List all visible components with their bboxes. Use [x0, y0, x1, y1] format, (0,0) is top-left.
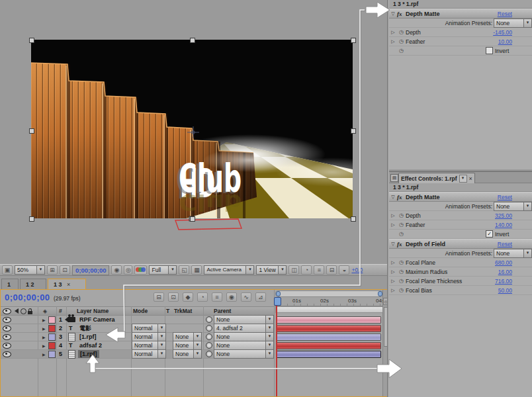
transparency-grid-icon[interactable]: ▦	[191, 265, 202, 275]
expander-icon[interactable]: ▶	[42, 350, 46, 358]
expander-icon[interactable]: ▷	[389, 39, 397, 44]
property-row[interactable]: ▷ ◷ Maximun Radius 16.00	[389, 267, 532, 277]
invert-row[interactable]: ◷ ✓ Invert	[389, 230, 532, 239]
property-row[interactable]: ▷ ◷ Feather 140.00	[389, 220, 532, 230]
invert-checkbox[interactable]: ✓	[486, 230, 493, 238]
reset-link[interactable]: Reset	[498, 11, 512, 17]
navigator-end-handle[interactable]	[378, 291, 382, 296]
composition-image[interactable]: HD HD Club Club Club	[31, 40, 353, 218]
navigator-start-handle[interactable]	[276, 291, 281, 296]
property-value[interactable]: 140.00	[495, 222, 512, 228]
mode-dropdown[interactable]: Normal▼	[132, 324, 166, 332]
current-time-display[interactable]: 0;00;00;00	[5, 292, 50, 302]
parent-dropdown[interactable]: None▼	[214, 333, 274, 341]
panel-icon[interactable]: ▤	[390, 174, 398, 182]
3d-view-dropdown[interactable]: Active Camera▼	[204, 266, 254, 274]
presets-dropdown[interactable]: None▼	[494, 202, 532, 210]
label-swatch[interactable]	[48, 333, 56, 341]
trkmat-dropdown[interactable]: None▼	[173, 333, 202, 341]
selection-handle[interactable]	[351, 216, 356, 222]
tab-effect-controls[interactable]: Effect Controls: 1.rpf ▼ ×	[398, 173, 475, 183]
auto-keyframe-icon[interactable]: ∿	[241, 292, 251, 302]
effect-header[interactable]: ▽ fx Depth of Field Reset	[389, 239, 532, 249]
property-row[interactable]: ▷ ◷ Focal Plane Thickness 716.00	[389, 277, 532, 286]
live-update-icon[interactable]: ⊡	[168, 292, 179, 302]
reset-link[interactable]: Reset	[498, 241, 512, 247]
presets-dropdown[interactable]: None▼	[494, 19, 532, 27]
lock-icon[interactable]	[28, 307, 32, 315]
selected-layer-wireframe[interactable]	[171, 214, 250, 233]
stopwatch-icon[interactable]: ◷	[397, 259, 406, 265]
layer-bar-5[interactable]	[276, 351, 381, 358]
pickwhip-icon[interactable]	[206, 316, 212, 323]
viewer-timecode[interactable]: 0;00;00;00	[72, 265, 109, 275]
expander-icon[interactable]: ▷	[389, 279, 397, 284]
property-value[interactable]: 10.00	[498, 38, 512, 45]
magnification-dropdown[interactable]: 50%▼	[15, 266, 45, 274]
draft-3d-icon[interactable]: ◆	[183, 292, 193, 302]
effect-header[interactable]: ▽ fx Depth Matte Reset	[389, 192, 532, 202]
column-mode[interactable]: Mode	[133, 307, 148, 315]
trkmat-dropdown[interactable]: None▼	[173, 350, 202, 358]
view-menu-icon[interactable]: ▣	[2, 265, 13, 275]
column-parent[interactable]: Parent	[214, 307, 231, 315]
expander-icon[interactable]: ▶	[42, 333, 46, 341]
parent-dropdown[interactable]: 4. adfsaf 2▼	[214, 324, 274, 332]
flowchart-icon[interactable]: ⊟	[326, 265, 337, 275]
selection-handle[interactable]	[29, 128, 34, 134]
stopwatch-icon[interactable]: ◷	[397, 278, 406, 284]
layer-name[interactable]: 電影	[79, 324, 91, 332]
stopwatch-icon[interactable]: ◷	[397, 222, 406, 228]
layer-name[interactable]: [1.rpf]	[79, 333, 97, 341]
work-area-bar[interactable]	[275, 306, 383, 313]
eye-icon[interactable]	[3, 317, 11, 323]
property-row[interactable]: ▷ ◷ Focal Plane 680.00	[389, 258, 532, 267]
eye-icon[interactable]	[3, 343, 11, 349]
pickwhip-icon[interactable]	[206, 333, 212, 340]
view-layout-dropdown[interactable]: 1 View▼	[256, 266, 287, 274]
chevron-down-icon[interactable]: ▼	[459, 175, 467, 183]
layer-bar-1[interactable]	[276, 316, 381, 324]
column-layer-name[interactable]: Layer Name	[77, 307, 109, 315]
stopwatch-icon[interactable]: ◷	[397, 48, 406, 54]
column-t[interactable]: T	[166, 307, 169, 315]
region-of-interest-icon[interactable]: ⊡	[60, 265, 70, 275]
exposure-value[interactable]: +0.0	[351, 267, 363, 273]
property-value[interactable]: 680.00	[495, 259, 512, 266]
time-navigator[interactable]	[275, 290, 383, 297]
layer-bar-2[interactable]	[276, 325, 381, 332]
label-swatch[interactable]	[48, 351, 56, 358]
reset-link[interactable]: Reset	[498, 194, 512, 200]
expander-icon[interactable]: ▷	[389, 260, 397, 265]
comp-flowchart-icon[interactable]: ⊟	[154, 292, 164, 302]
time-ruler[interactable]: 01s 02s 03s 04s	[275, 297, 383, 306]
safe-margins-icon[interactable]: ⊞	[47, 265, 58, 275]
comp-tab-1[interactable]: 1	[1, 279, 19, 289]
chevron-down-icon[interactable]: ▼	[168, 265, 177, 275]
mode-dropdown[interactable]: Normal▼	[132, 350, 166, 358]
layer-name[interactable]: [1.rpf]	[78, 350, 99, 358]
property-value[interactable]: 716.00	[495, 278, 512, 285]
label-swatch[interactable]	[48, 316, 56, 324]
audio-icon[interactable]	[13, 307, 19, 315]
mode-dropdown[interactable]: Normal▼	[132, 341, 166, 349]
stopwatch-icon[interactable]: ◷	[397, 287, 406, 293]
parent-dropdown[interactable]: None▼	[214, 316, 274, 324]
label-swatch[interactable]	[48, 325, 56, 332]
collapse-triangle-icon[interactable]: ▽	[389, 242, 397, 247]
timeline-track-area[interactable]: 01s 02s 03s 04s	[274, 290, 383, 396]
selection-handle[interactable]	[29, 38, 34, 43]
eye-icon[interactable]	[3, 334, 11, 340]
stopwatch-icon[interactable]: ◷	[397, 38, 406, 44]
property-value[interactable]: 16.00	[498, 269, 512, 275]
expander-icon[interactable]: ▶	[42, 324, 46, 332]
property-row[interactable]: ▷ ◷ Feather 10.00	[389, 37, 532, 46]
parent-dropdown[interactable]: None▼	[214, 350, 274, 358]
invert-checkbox[interactable]	[486, 47, 493, 54]
pickwhip-icon[interactable]	[206, 325, 212, 331]
selection-handle[interactable]	[190, 38, 195, 43]
label-swatch[interactable]	[48, 342, 56, 349]
eye-icon[interactable]	[3, 326, 11, 331]
stopwatch-icon[interactable]: ◷	[397, 269, 406, 275]
selection-handle[interactable]	[190, 216, 195, 222]
